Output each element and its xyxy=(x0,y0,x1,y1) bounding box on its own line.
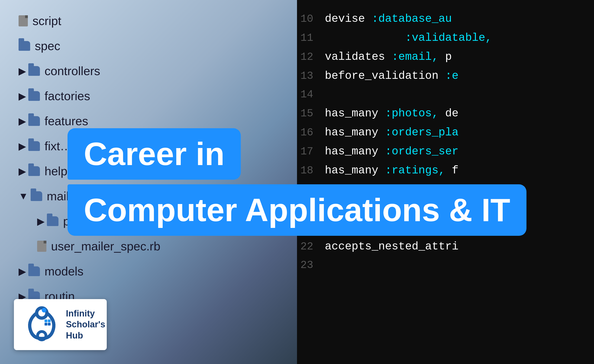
arrow-controllers: ▶ xyxy=(19,65,26,77)
line-num-10: 10 xyxy=(297,13,325,25)
folder-icon-spec xyxy=(19,41,30,51)
folder-icon-previews xyxy=(47,216,59,226)
folder-icon-mailers xyxy=(31,191,42,201)
svg-rect-2 xyxy=(45,319,47,322)
svg-rect-3 xyxy=(48,319,51,322)
file-name-user-mailer: user_mailer_spec.rb xyxy=(51,239,160,253)
file-item-models: ▶ models xyxy=(19,264,278,278)
line-num-23: 23 xyxy=(297,259,325,271)
file-name-spec: spec xyxy=(35,39,60,53)
line-num-14: 14 xyxy=(297,89,325,101)
line-code-22: accepts_nested_attri xyxy=(325,240,459,253)
logo-name-line2: Scholar's xyxy=(66,319,105,330)
code-line-15: 15 has_many :photos, de xyxy=(297,104,594,123)
file-item-script: script xyxy=(19,14,278,28)
line-num-11: 11 xyxy=(297,32,325,44)
title-line2-box: Computer Applications & IT xyxy=(68,184,526,236)
file-name-script: script xyxy=(33,14,61,28)
arrow-features: ▶ xyxy=(19,115,26,127)
svg-rect-4 xyxy=(45,323,47,325)
code-line-23: 23 xyxy=(297,256,594,275)
arrow-mailers: ▼ xyxy=(19,191,28,202)
file-item-features: ▶ features xyxy=(19,114,278,128)
line-num-15: 15 xyxy=(297,108,325,120)
line-code-11: :validatable, xyxy=(325,32,492,44)
folder-icon-factories xyxy=(28,91,40,101)
folder-icon-help xyxy=(28,166,40,176)
arrow-fixt: ▶ xyxy=(19,140,26,152)
line-num-13: 13 xyxy=(297,70,325,82)
arrow-models: ▶ xyxy=(19,266,26,277)
folder-icon-models xyxy=(28,266,40,276)
code-line-22: 22 accepts_nested_attri xyxy=(297,237,594,256)
line-num-22: 22 xyxy=(297,241,325,253)
title-overlay: Career in Computer Applications & IT xyxy=(68,128,526,236)
file-icon-script xyxy=(19,15,28,26)
file-name-controllers: controllers xyxy=(45,64,100,78)
logo-icon xyxy=(23,306,60,343)
file-item-factories: ▶ factories xyxy=(19,89,278,103)
file-item-user-mailer: user_mailer_spec.rb xyxy=(19,239,278,253)
svg-point-1 xyxy=(38,331,46,340)
arrow-previews: ▶ xyxy=(37,216,45,227)
line-code-15: has_many :photos, de xyxy=(325,107,459,120)
title-line1-box: Career in xyxy=(68,128,241,180)
svg-rect-5 xyxy=(48,323,51,325)
file-item-controllers: ▶ controllers xyxy=(19,64,278,78)
folder-icon-features xyxy=(28,116,40,126)
line-code-10: devise :database_au xyxy=(325,13,452,25)
code-line-13: 13 before_validation :e xyxy=(297,66,594,85)
logo-text: Infinity Scholar's Hub xyxy=(66,308,105,341)
file-icon-user-mailer xyxy=(37,241,46,252)
arrow-factories: ▶ xyxy=(19,90,26,102)
title-line1-text: Career in xyxy=(84,136,225,172)
line-code-12: validates :email, p xyxy=(325,51,452,63)
code-line-14: 14 xyxy=(297,85,594,104)
folder-icon-controllers xyxy=(28,66,40,76)
code-line-11: 11 :validatable, xyxy=(297,28,594,47)
svg-point-6 xyxy=(42,308,46,312)
file-item-spec: spec xyxy=(19,39,278,53)
logo-svg xyxy=(23,306,60,343)
line-code-13: before_validation :e xyxy=(325,70,459,82)
code-line-10: 10 devise :database_au xyxy=(297,9,594,28)
logo-name-line3: Hub xyxy=(66,330,105,341)
arrow-help: ▶ xyxy=(19,165,26,177)
folder-icon-fixt xyxy=(28,141,40,151)
title-line2-text: Computer Applications & IT xyxy=(84,192,510,228)
file-name-models: models xyxy=(45,264,83,278)
file-name-features: features xyxy=(45,114,88,128)
line-num-12: 12 xyxy=(297,51,325,63)
code-line-12: 12 validates :email, p xyxy=(297,47,594,66)
logo-name-line1: Infinity xyxy=(66,308,105,319)
file-name-factories: factories xyxy=(45,89,90,103)
logo-box: Infinity Scholar's Hub xyxy=(14,299,107,350)
